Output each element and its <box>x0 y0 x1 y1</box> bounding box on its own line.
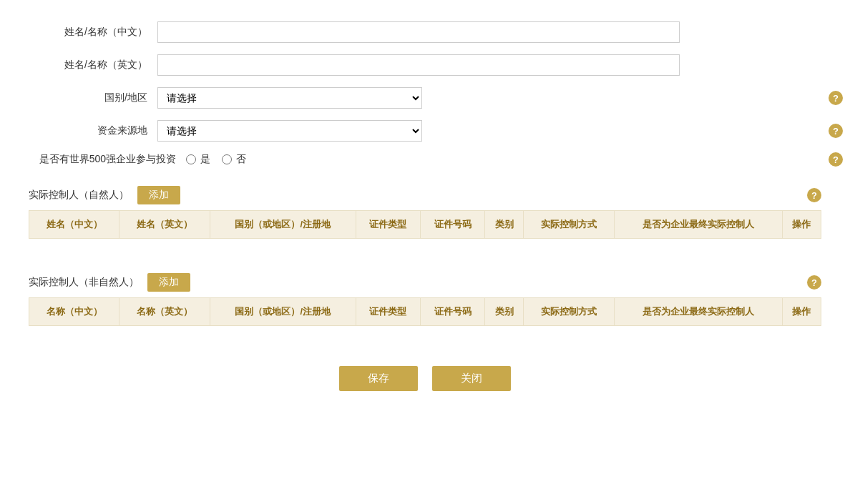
section1-col-cert-type: 证件类型 <box>356 211 420 239</box>
section1-table: 姓名（中文） 姓名（英文） 国别（或地区）/注册地 证件类型 证件号码 类别 实… <box>29 210 821 250</box>
section2-col-name-en: 名称（英文） <box>119 298 210 326</box>
section2-col-action: 操作 <box>782 298 821 326</box>
section1-col-action: 操作 <box>782 211 821 239</box>
section2-header: 实际控制人（非自然人） 添加 ? <box>29 267 821 297</box>
name-en-label: 姓名/名称（英文） <box>29 59 157 71</box>
bottom-buttons: 保存 关闭 <box>29 366 821 405</box>
radio-no-label: 否 <box>236 153 246 166</box>
section2-col-cert-type: 证件类型 <box>356 298 420 326</box>
section2-col-cert-no: 证件号码 <box>420 298 484 326</box>
section2-add-button[interactable]: 添加 <box>147 273 190 292</box>
section2-col-name-cn: 名称（中文） <box>29 298 119 326</box>
section1-wrapper: 实际控制人（自然人） 添加 ? 姓名（中文） 姓名（英文） 国别（或地区）/注册… <box>29 180 821 250</box>
radio-no-input[interactable] <box>222 154 232 164</box>
section2-table-header-row: 名称（中文） 名称（英文） 国别（或地区）/注册地 证件类型 证件号码 类别 实… <box>29 298 821 326</box>
radio-no-option[interactable]: 否 <box>222 153 246 166</box>
section2-col-control-method: 实际控制方式 <box>524 298 614 326</box>
section1-col-is-final: 是否为企业最终实际控制人 <box>614 211 782 239</box>
country-label: 国别/地区 <box>29 92 157 104</box>
section2-col-category: 类别 <box>485 298 524 326</box>
section1-col-control-method: 实际控制方式 <box>524 211 614 239</box>
fund-source-label: 资金来源地 <box>29 124 157 137</box>
fund-source-help-icon[interactable]: ? <box>829 124 843 138</box>
fortune500-row: 是否有世界500强企业参与投资 是 否 ? <box>29 153 821 166</box>
section1-help-icon[interactable]: ? <box>807 188 821 202</box>
section2-table: 名称（中文） 名称（英文） 国别（或地区）/注册地 证件类型 证件号码 类别 实… <box>29 297 821 337</box>
name-en-row: 姓名/名称（英文） <box>29 54 821 76</box>
section1-col-name-en: 姓名（英文） <box>119 211 210 239</box>
fund-source-row: 资金来源地 请选择 ? <box>29 120 821 142</box>
country-help-icon[interactable]: ? <box>829 91 843 105</box>
name-cn-label: 姓名/名称（中文） <box>29 26 157 39</box>
fortune500-help-icon[interactable]: ? <box>829 152 843 167</box>
radio-yes-option[interactable]: 是 <box>186 153 210 166</box>
section1-title: 实际控制人（自然人） <box>29 189 129 202</box>
section2-title: 实际控制人（非自然人） <box>29 276 139 289</box>
name-cn-row: 姓名/名称（中文） <box>29 21 821 43</box>
close-button[interactable]: 关闭 <box>432 366 511 391</box>
fortune500-label: 是否有世界500强企业参与投资 <box>29 153 186 166</box>
country-select[interactable]: 请选择 <box>157 87 422 109</box>
section1-col-name-cn: 姓名（中文） <box>29 211 119 239</box>
section2-empty-row <box>29 326 821 338</box>
section1-add-button[interactable]: 添加 <box>137 186 180 204</box>
name-cn-input[interactable] <box>157 21 680 43</box>
radio-yes-label: 是 <box>200 153 210 166</box>
save-button[interactable]: 保存 <box>339 366 418 391</box>
section1-col-country: 国别（或地区）/注册地 <box>210 211 356 239</box>
section2-help-icon[interactable]: ? <box>807 275 821 290</box>
section1-empty-row <box>29 239 821 251</box>
country-row: 国别/地区 请选择 ? <box>29 87 821 109</box>
fund-source-select[interactable]: 请选择 <box>157 120 422 142</box>
section2-col-country: 国别（或地区）/注册地 <box>210 298 356 326</box>
name-en-input[interactable] <box>157 54 680 76</box>
radio-yes-input[interactable] <box>186 154 196 164</box>
section2-col-is-final: 是否为企业最终实际控制人 <box>614 298 782 326</box>
section2-wrapper: 实际控制人（非自然人） 添加 ? 名称（中文） 名称（英文） 国别（或地区）/注… <box>29 267 821 337</box>
fortune500-radio-group: 是 否 <box>186 153 246 166</box>
section1-col-cert-no: 证件号码 <box>420 211 484 239</box>
section1-table-header-row: 姓名（中文） 姓名（英文） 国别（或地区）/注册地 证件类型 证件号码 类别 实… <box>29 211 821 239</box>
section1-header: 实际控制人（自然人） 添加 ? <box>29 180 821 210</box>
section1-col-category: 类别 <box>485 211 524 239</box>
